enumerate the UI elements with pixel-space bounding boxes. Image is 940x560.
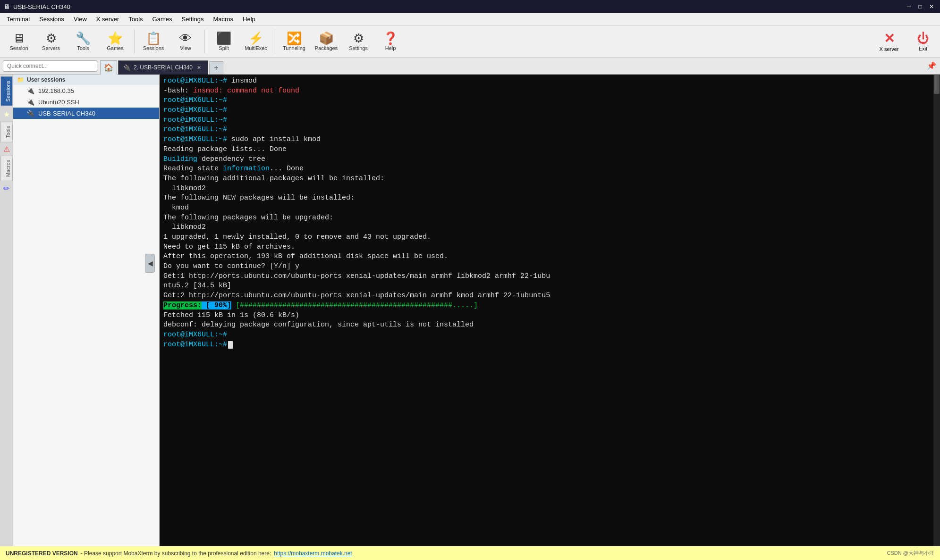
vtab-macros[interactable]: Macros <box>0 156 13 181</box>
toolbar: 🖥Session⚙Servers🔧Tools⭐Games📋Sessions👁Vi… <box>0 25 940 58</box>
menu-item-games[interactable]: Games <box>148 15 177 24</box>
tab-serial[interactable]: 🔌 2. USB-SERIAL CH340 ✕ <box>118 60 208 75</box>
session-icon: 🖥 <box>13 32 25 44</box>
x-server-label: X server <box>880 46 899 52</box>
term-line-6: root@iMX6ULL:~# <box>163 125 936 135</box>
term-line-25: Fetched 115 kB in 1s (80.6 kB/s) <box>163 311 936 321</box>
new-tab-button[interactable]: + <box>209 61 223 75</box>
close-button[interactable]: ✕ <box>927 2 936 11</box>
toolbar-btn-servers[interactable]: ⚙Servers <box>36 28 66 55</box>
session-icon-1: 🔌 <box>26 87 34 94</box>
sidebar-collapse-button[interactable]: ◀ <box>145 254 155 273</box>
term-line-9: Building dependency tree <box>163 155 936 165</box>
term-line-7: root@iMX6ULL:~# sudo apt install kmod <box>163 135 936 145</box>
menu-item-sessions[interactable]: Sessions <box>34 15 69 24</box>
term-line-21: Get:1 http://ports.ubuntu.com/ubuntu-por… <box>163 272 936 282</box>
tab-close-button[interactable]: ✕ <box>195 64 203 71</box>
menu-item-view[interactable]: View <box>69 15 92 24</box>
edit-icon[interactable]: ✏ <box>2 182 11 195</box>
main-area: Sessions ★ Tools ⚠ Macros ✏ 📁 User sessi… <box>0 75 940 546</box>
toolbar-btn-games[interactable]: ⭐Games <box>100 28 130 55</box>
settings-label: Settings <box>349 45 368 51</box>
help-icon: ❓ <box>383 32 398 44</box>
tools-label: Tools <box>77 45 89 51</box>
settings-icon: ⚙ <box>353 32 364 44</box>
vtab-tools[interactable]: Tools <box>0 122 13 142</box>
status-unregistered: UNREGISTERED VERSION <box>6 550 78 557</box>
toolbar-btn-packages[interactable]: 📦Packages <box>311 28 341 55</box>
term-line-19: After this operation, 193 kB of addition… <box>163 252 936 262</box>
toolbar-btn-multiexec[interactable]: ⚡MultiExec <box>241 28 271 55</box>
toolbar-btn-view[interactable]: 👁View <box>170 28 201 55</box>
terminal-scrollbar[interactable] <box>933 75 940 546</box>
term-line-4: root@iMX6ULL:~# <box>163 106 936 116</box>
x-server-icon: ✕ <box>884 31 895 46</box>
sidebar-item-label-ubuntu: Ubuntu20 SSH <box>38 99 79 106</box>
toolbar-btn-session[interactable]: 🖥Session <box>4 28 34 55</box>
term-line-5: root@iMX6ULL:~# <box>163 116 936 125</box>
scroll-thumb[interactable] <box>934 75 940 94</box>
menu-item-help[interactable]: Help <box>238 15 260 24</box>
exit-button[interactable]: ⏻Exit <box>910 28 936 55</box>
tunneling-label: Tunneling <box>283 45 305 51</box>
tab-icon: 🔌 <box>123 64 131 71</box>
folder-icon: 📁 <box>17 76 24 83</box>
tunneling-icon: 🔀 <box>287 32 302 44</box>
menu-item-settings[interactable]: Settings <box>177 15 209 24</box>
x-server-button[interactable]: ✕X server <box>872 28 906 55</box>
toolbar-btn-help[interactable]: ❓Help <box>375 28 406 55</box>
term-line-10: Reading state information... Done <box>163 164 936 174</box>
servers-icon: ⚙ <box>46 32 57 44</box>
toolbar-separator <box>275 30 275 53</box>
terminal-area[interactable]: root@iMX6ULL:~# insmod -bash: insmod: co… <box>160 75 940 546</box>
term-line-14: kmod <box>163 203 936 213</box>
status-right: CSDN @大神与小汪 <box>887 550 934 557</box>
session-icon-2: 🔌 <box>26 98 34 106</box>
term-line-17: 1 upgraded, 1 newly installed, 0 to remo… <box>163 233 936 242</box>
favorites-icon[interactable]: ★ <box>2 107 11 122</box>
toolbar-btn-tunneling[interactable]: 🔀Tunneling <box>279 28 309 55</box>
tabs-area: 🏠 🔌 2. USB-SERIAL CH340 ✕ + <box>100 58 927 75</box>
term-line-20: Do you want to continue? [Y/n] y <box>163 262 936 272</box>
toolbar-separator <box>204 30 205 53</box>
toolbar-btn-tools[interactable]: 🔧Tools <box>68 28 98 55</box>
servers-label: Servers <box>42 45 60 51</box>
home-tab[interactable]: 🏠 <box>100 60 117 75</box>
status-message: - Please support MobaXterm by subscribin… <box>81 550 271 557</box>
term-line-8: Reading package lists... Done <box>163 145 936 155</box>
status-bar: UNREGISTERED VERSION - Please support Mo… <box>0 546 940 560</box>
term-line-15: The following packages will be upgraded: <box>163 213 936 223</box>
maximize-button[interactable]: □ <box>915 2 925 11</box>
pin-area: 📌 <box>927 61 940 70</box>
status-link[interactable]: https://mobaxterm.mobatek.net <box>274 550 352 557</box>
sidebar-item-ip[interactable]: 🔌 192.168.0.35 <box>13 85 159 96</box>
sidebar-item-ubuntu[interactable]: 🔌 Ubuntu20 SSH <box>13 96 159 108</box>
session-label: Session <box>9 45 28 51</box>
term-line-1: root@iMX6ULL:~# insmod <box>163 76 936 86</box>
vtab-sessions[interactable]: Sessions <box>0 76 13 106</box>
term-line-28: root@iMX6ULL:~# <box>163 340 936 350</box>
sidebar: 📁 User sessions 🔌 192.168.0.35 🔌 Ubuntu2… <box>13 75 160 546</box>
toolbar-btn-sessions[interactable]: 📋Sessions <box>138 28 169 55</box>
menu-item-x-server[interactable]: X server <box>92 15 124 24</box>
toolbar-btn-settings[interactable]: ⚙Settings <box>343 28 373 55</box>
menu-item-tools[interactable]: Tools <box>124 15 147 24</box>
split-icon: ⬛ <box>216 32 231 44</box>
term-line-22: ntu5.2 [34.5 kB] <box>163 281 936 291</box>
exit-label: Exit <box>919 46 927 51</box>
term-line-progress: Progress: [ 90%] [######################… <box>163 301 936 311</box>
quick-connect-input[interactable] <box>3 60 97 72</box>
sidebar-item-serial[interactable]: 🔌 USB-SERIAL CH340 <box>13 108 159 119</box>
term-line-16: libkmod2 <box>163 223 936 233</box>
sidebar-section-label: User sessions <box>27 76 65 83</box>
vertical-tabs: Sessions ★ Tools ⚠ Macros ✏ <box>0 75 13 546</box>
term-line-12: libkmod2 <box>163 184 936 194</box>
sessions-icon: 📋 <box>146 32 161 44</box>
menu-item-macros[interactable]: Macros <box>208 15 238 24</box>
multiexec-label: MultiExec <box>245 45 267 51</box>
session-bar: 🏠 🔌 2. USB-SERIAL CH340 ✕ + 📌 <box>0 58 940 75</box>
minimize-button[interactable]: ─ <box>904 2 914 11</box>
toolbar-btn-split[interactable]: ⬛Split <box>209 28 239 55</box>
view-icon: 👁 <box>179 32 192 44</box>
menu-item-terminal[interactable]: Terminal <box>2 15 34 24</box>
